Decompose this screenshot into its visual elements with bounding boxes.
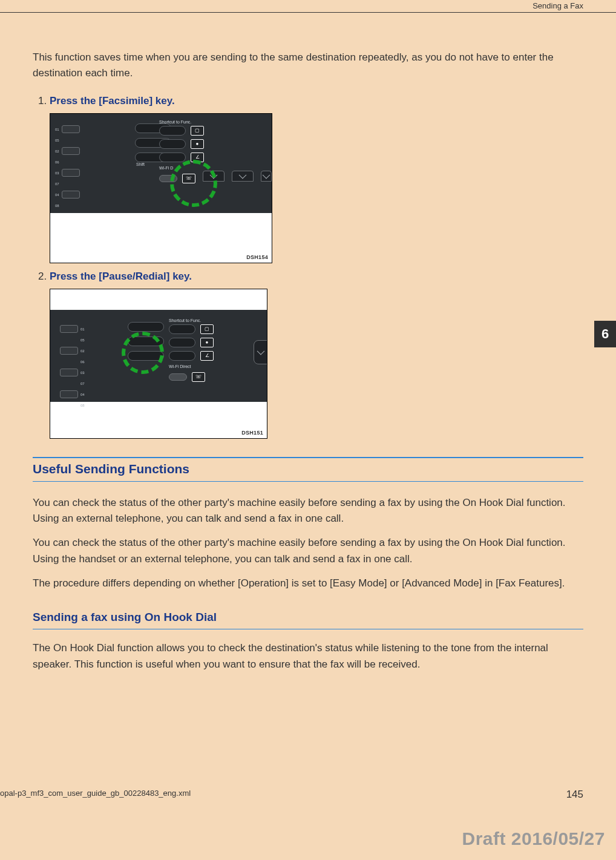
- copy-icon: ▢: [204, 326, 210, 332]
- mid-button: [128, 351, 164, 361]
- chapter-number: 6: [601, 326, 609, 342]
- draft-stamp: Draft 2016/05/27: [462, 829, 606, 849]
- intro-paragraph: This function saves time when you are se…: [33, 50, 583, 82]
- section-paragraph-3: The procedure differs depending on wheth…: [33, 576, 583, 591]
- quick-label: 01: [55, 128, 59, 131]
- fig1-shortcut-region: Shortcut to Func. ▢ ●: [159, 120, 204, 187]
- indicator-box: ☏: [192, 372, 205, 382]
- footer-page-number: 145: [566, 789, 583, 801]
- subsection-rule: [33, 629, 583, 629]
- quick-label: 08: [80, 404, 85, 407]
- fig2-shortcut-label: Shortcut to Func.: [169, 318, 214, 323]
- section-paragraph-1: You can check the status of the other pa…: [33, 495, 583, 527]
- fig2-wifi-label: Wi-Fi Direct: [169, 364, 191, 369]
- fig2-control-panel: 01 05 02 06 03 07 04 08: [50, 310, 267, 402]
- section-useful-sending: Useful Sending Functions You can check t…: [33, 457, 583, 592]
- indicator-box: ∠: [200, 351, 214, 361]
- steps-list: Press the [Facsimile] key. 01 05 02 06 0…: [33, 95, 583, 439]
- quick-label: 08: [55, 204, 59, 208]
- chevron-down-icon: [203, 171, 224, 182]
- chevron-down-icon: [232, 171, 254, 182]
- section-rule-bottom: [33, 481, 583, 482]
- figure-1-code: DSH154: [246, 254, 268, 260]
- mid-button: [128, 336, 164, 346]
- edge-button-partial: [254, 340, 267, 364]
- content-area: This function saves time when you are se…: [33, 50, 583, 681]
- subsection-title: Sending a fax using On Hook Dial: [33, 611, 583, 629]
- quick-slot: [62, 169, 80, 177]
- fig1-edge-buttons: [203, 171, 272, 182]
- figure-1: 01 05 02 06 03 07 04 08: [50, 113, 272, 263]
- header-section-title: Sending a Fax: [532, 1, 583, 10]
- quick-label: 05: [80, 338, 85, 342]
- quick-slot: [60, 325, 78, 333]
- indicator-box: ●: [191, 139, 204, 149]
- fig1-control-panel: 01 05 02 06 03 07 04 08: [50, 114, 272, 213]
- fig2-quickdial-column: 01 05 02 06 03 07 04 08: [60, 324, 99, 412]
- figure-2-wrap: 01 05 02 06 03 07 04 08: [50, 289, 583, 439]
- section-title: Useful Sending Functions: [33, 458, 583, 481]
- indicator-box: ☏: [182, 174, 195, 183]
- figure-1-wrap: 01 05 02 06 03 07 04 08: [50, 113, 583, 263]
- quick-label: 07: [80, 382, 85, 386]
- step-1: Press the [Facsimile] key. 01 05 02 06 0…: [50, 95, 583, 263]
- top-rule: [0, 12, 616, 13]
- dot-icon: ●: [204, 340, 210, 346]
- indicator-box: ▢: [200, 324, 214, 334]
- func-button: [159, 139, 186, 149]
- fig1-wifi-label: Wi-Fi D: [159, 166, 173, 170]
- footer-filename: opal-p3_mf3_com_user_guide_gb_00228483_e…: [0, 789, 191, 801]
- indicator-box: ●: [200, 338, 214, 347]
- quick-label: 06: [55, 160, 59, 164]
- subsection-paragraph: The On Hook Dial function allows you to …: [33, 640, 583, 672]
- copy-icon: ▢: [194, 128, 200, 134]
- fax-icon: ☏: [186, 176, 192, 182]
- func-button: [159, 126, 186, 136]
- fig1-shift-label: Shift: [136, 162, 145, 166]
- scan-icon: ∠: [204, 353, 210, 359]
- quick-label: 02: [80, 349, 85, 353]
- func-button: [159, 153, 186, 162]
- quick-label: 04: [55, 193, 59, 197]
- quick-slot: [60, 369, 78, 376]
- chapter-tab: 6: [594, 321, 616, 347]
- figure-2: 01 05 02 06 03 07 04 08: [50, 289, 267, 439]
- quick-label: 02: [55, 149, 59, 153]
- section-paragraph-2: You can check the status of the other pa…: [33, 535, 583, 567]
- quick-slot: [60, 347, 78, 355]
- step-1-title: Press the [Facsimile] key.: [50, 95, 175, 107]
- wifi-button: [169, 373, 187, 381]
- fig1-shortcut-label: Shortcut to Func.: [159, 120, 204, 124]
- func-button: [169, 338, 195, 347]
- fax-icon: ☏: [195, 374, 202, 380]
- quick-slot: [62, 125, 80, 133]
- quick-label: 03: [80, 371, 85, 375]
- quick-label: 03: [55, 171, 59, 175]
- indicator-box: ▢: [191, 126, 204, 136]
- subsection-on-hook-dial: Sending a fax using On Hook Dial The On …: [33, 611, 583, 672]
- quick-label: 04: [80, 393, 85, 396]
- quick-slot: [62, 147, 80, 155]
- fig1-quickdial-column: 01 05 02 06 03 07 04 08: [55, 125, 83, 212]
- fig2-shortcut-region: Shortcut to Func. ▢ ●: [169, 318, 214, 386]
- mid-button: [128, 322, 164, 332]
- indicator-box: ∠: [191, 153, 204, 162]
- func-button: [169, 324, 195, 334]
- fig2-mid-column: [128, 322, 164, 366]
- page-footer: opal-p3_mf3_com_user_guide_gb_00228483_e…: [0, 789, 583, 801]
- wifi-button: [159, 175, 177, 182]
- quick-slot: [62, 191, 80, 199]
- step-2: Press the [Pause/Redial] key. 01 05 02 0…: [50, 271, 583, 439]
- quick-label: 07: [55, 182, 59, 186]
- step-2-title: Press the [Pause/Redial] key.: [50, 271, 192, 282]
- figure-2-code: DSH151: [241, 430, 263, 436]
- quick-label: 06: [80, 360, 85, 364]
- edge-button-partial: [261, 171, 272, 182]
- dot-icon: ●: [194, 141, 200, 147]
- quick-slot: [60, 390, 78, 398]
- scan-icon: ∠: [194, 154, 200, 160]
- func-button: [169, 351, 195, 361]
- quick-label: 01: [80, 327, 85, 331]
- fig2-edge-buttons: [254, 340, 267, 364]
- page: Sending a Fax 6 This function saves time…: [0, 0, 616, 860]
